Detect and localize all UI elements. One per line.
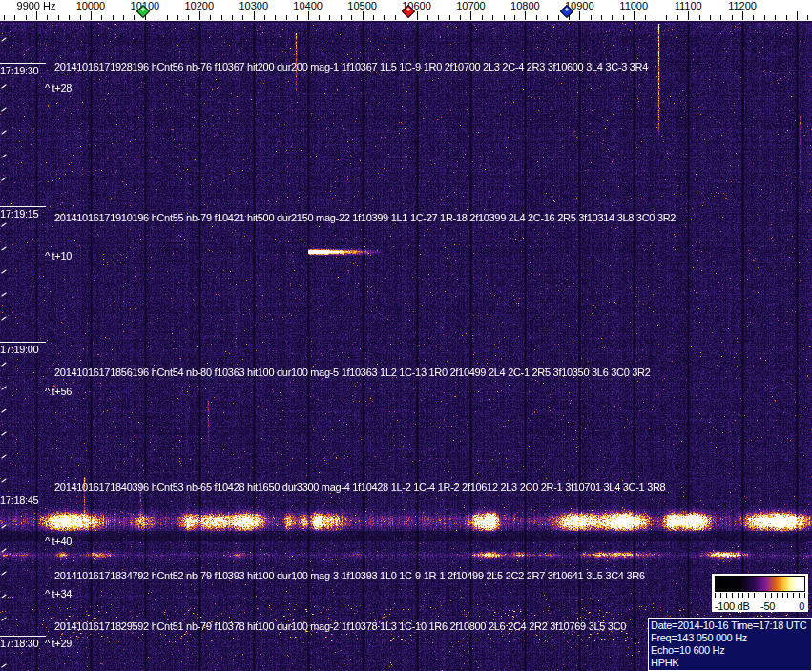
ruler-tick bbox=[308, 11, 309, 20]
ruler-tick bbox=[254, 11, 255, 20]
tplus-marker: ^ t+29 bbox=[45, 638, 72, 649]
ruler-tick bbox=[536, 15, 537, 20]
db-label-mid: -50 bbox=[760, 600, 775, 612]
time-label: 17:18:30 bbox=[0, 636, 46, 649]
ruler-tick bbox=[275, 15, 276, 20]
db-scale-ticks bbox=[715, 593, 805, 598]
tplus-marker: ^ t+10 bbox=[45, 250, 72, 262]
freq-label: 11100 bbox=[675, 0, 702, 11]
ruler-tick bbox=[482, 15, 483, 20]
frequency-ruler[interactable]: 9900 Hz100001010010200103001040010500106… bbox=[0, 0, 812, 21]
detection-text: 20141016171910196 hCnt55 nb-79 f10421 hi… bbox=[54, 212, 676, 223]
info-echo-line: Echo=10 600 Hz bbox=[651, 644, 809, 657]
ruler-tick bbox=[91, 11, 92, 20]
ruler-tick bbox=[297, 15, 298, 20]
ruler-tick bbox=[319, 15, 320, 20]
ruler-tick bbox=[438, 15, 439, 20]
db-tick bbox=[804, 593, 805, 598]
ruler-tick bbox=[395, 15, 396, 20]
info-freq-line: Freq=143 050 000 Hz bbox=[651, 632, 809, 644]
info-date-line: Date=2014-10-16 Time=17:18 UTC bbox=[651, 619, 809, 632]
ruler-tick bbox=[210, 15, 211, 20]
ruler-tick bbox=[720, 15, 721, 20]
db-label-min: -100 dB bbox=[715, 600, 749, 612]
ruler-tick bbox=[177, 15, 178, 20]
ruler-tick bbox=[634, 11, 635, 20]
ruler-tick bbox=[460, 15, 461, 20]
ruler-tick bbox=[504, 15, 505, 20]
ruler-tick bbox=[807, 15, 808, 20]
ruler-tick bbox=[156, 15, 156, 20]
db-tick bbox=[738, 593, 739, 598]
ruler-tick bbox=[242, 15, 243, 20]
db-tick bbox=[782, 593, 783, 598]
db-tick bbox=[799, 593, 800, 598]
time-label: 17:18:45 bbox=[0, 493, 46, 506]
tplus-marker: ^ t+56 bbox=[45, 386, 72, 397]
ruler-tick bbox=[286, 15, 287, 20]
ruler-tick bbox=[677, 15, 678, 20]
ruler-tick bbox=[492, 15, 493, 20]
ruler-tick bbox=[199, 11, 200, 20]
db-tick bbox=[771, 593, 772, 598]
time-label: 17:19:00 bbox=[0, 342, 46, 355]
ruler-tick bbox=[341, 15, 342, 20]
ruler-tick bbox=[775, 15, 776, 20]
db-tick bbox=[715, 593, 716, 598]
detection-text: 20141016171829592 hCnt51 nb-79 f10378 hi… bbox=[54, 620, 626, 632]
ruler-tick bbox=[710, 15, 711, 20]
db-tick bbox=[720, 593, 721, 598]
time-label: 17:19:15 bbox=[0, 206, 46, 220]
ruler-tick bbox=[36, 11, 37, 20]
meteor-spectrogram-window: 9900 Hz100001010010200103001040010500106… bbox=[0, 0, 812, 671]
detection-text: 20141016171840396 hCnt53 nb-65 f10428 hi… bbox=[54, 481, 665, 493]
detection-text: 20141016171834792 hCnt52 nb-79 f10393 hi… bbox=[54, 570, 645, 581]
freq-label: 10400 bbox=[293, 0, 323, 11]
ruler-tick bbox=[645, 15, 646, 20]
ruler-tick bbox=[786, 15, 787, 20]
freq-label: 10500 bbox=[347, 0, 377, 11]
freq-label: 9900 Hz bbox=[17, 0, 56, 11]
ruler-tick bbox=[514, 15, 515, 20]
ruler-tick bbox=[427, 15, 428, 20]
db-tick bbox=[732, 593, 733, 598]
ruler-tick bbox=[417, 11, 418, 20]
db-tick bbox=[760, 593, 760, 598]
ruler-tick bbox=[58, 15, 59, 20]
ruler-tick bbox=[547, 15, 548, 20]
tplus-marker: ^ t+34 bbox=[45, 588, 72, 599]
freq-label: 11000 bbox=[619, 0, 648, 11]
ruler-tick bbox=[69, 15, 70, 20]
ruler-tick bbox=[525, 11, 526, 20]
ruler-tick bbox=[470, 11, 471, 20]
freq-label: 10700 bbox=[456, 0, 486, 11]
db-tick bbox=[742, 593, 743, 598]
ruler-tick bbox=[264, 15, 265, 20]
db-label-max: 0 bbox=[799, 600, 804, 612]
ruler-tick bbox=[26, 15, 27, 20]
ruler-tick bbox=[579, 11, 580, 20]
tplus-marker: ^ t+28 bbox=[45, 82, 72, 94]
ruler-tick bbox=[732, 15, 733, 20]
db-tick bbox=[754, 593, 755, 598]
db-tick bbox=[765, 593, 766, 598]
ruler-tick bbox=[47, 15, 48, 20]
db-gradient-bar bbox=[715, 576, 805, 592]
ruler-tick bbox=[666, 15, 667, 20]
db-tick bbox=[793, 593, 794, 598]
ruler-tick bbox=[14, 15, 15, 20]
detection-text: 20141016171856196 hCnt54 nb-80 f10363 hi… bbox=[54, 367, 651, 378]
freq-label: 10200 bbox=[184, 0, 214, 11]
ruler-tick bbox=[363, 11, 364, 20]
db-tick bbox=[726, 593, 727, 598]
ruler-tick bbox=[699, 15, 700, 20]
info-box: Date=2014-10-16 Time=17:18 UTC Freq=143 … bbox=[648, 618, 812, 671]
ruler-tick bbox=[188, 15, 189, 20]
freq-label: 10800 bbox=[510, 0, 540, 11]
ruler-tick bbox=[113, 15, 114, 20]
ruler-tick bbox=[373, 15, 374, 20]
ruler-tick bbox=[167, 15, 168, 20]
ruler-tick bbox=[623, 15, 624, 20]
db-scale-legend: -100 dB -50 0 bbox=[712, 574, 808, 612]
ruler-tick bbox=[656, 15, 656, 20]
